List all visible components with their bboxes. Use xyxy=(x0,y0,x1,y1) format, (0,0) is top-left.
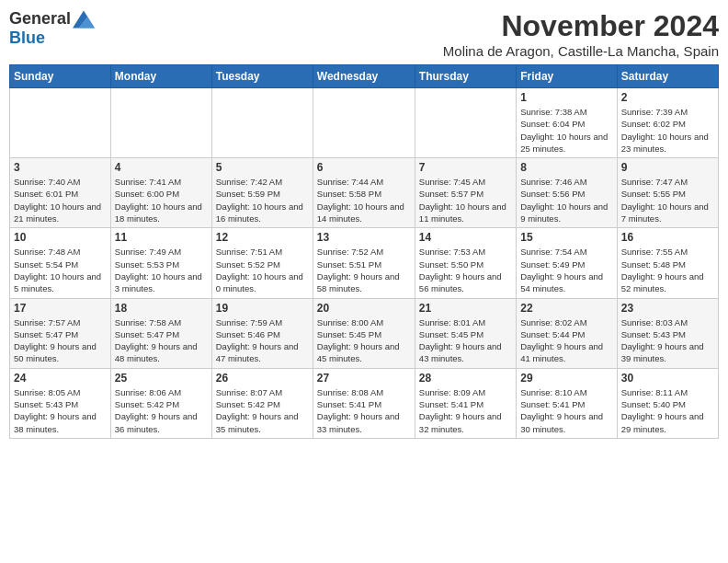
calendar-cell: 8Sunrise: 7:46 AMSunset: 5:56 PMDaylight… xyxy=(517,158,617,228)
day-info: Sunrise: 7:38 AMSunset: 6:04 PMDaylight:… xyxy=(520,106,612,155)
weekday-header-thursday: Thursday xyxy=(415,65,516,88)
calendar-week-row: 17Sunrise: 7:57 AMSunset: 5:47 PMDayligh… xyxy=(10,298,719,368)
day-number: 15 xyxy=(520,231,612,244)
calendar-week-row: 1Sunrise: 7:38 AMSunset: 6:04 PMDaylight… xyxy=(10,88,719,158)
day-info: Sunrise: 8:08 AMSunset: 5:41 PMDaylight:… xyxy=(317,386,411,435)
day-info: Sunrise: 7:39 AMSunset: 6:02 PMDaylight:… xyxy=(621,106,714,155)
calendar-cell xyxy=(10,88,111,158)
logo-general-text: General xyxy=(9,9,71,29)
calendar-cell: 24Sunrise: 8:05 AMSunset: 5:43 PMDayligh… xyxy=(10,368,111,438)
calendar-cell: 15Sunrise: 7:54 AMSunset: 5:49 PMDayligh… xyxy=(517,228,617,298)
location-subtitle: Molina de Aragon, Castille-La Mancha, Sp… xyxy=(443,43,719,59)
day-info: Sunrise: 8:11 AMSunset: 5:40 PMDaylight:… xyxy=(621,386,714,435)
day-number: 27 xyxy=(317,372,411,385)
day-number: 25 xyxy=(115,372,208,385)
day-info: Sunrise: 7:55 AMSunset: 5:48 PMDaylight:… xyxy=(621,246,714,294)
day-info: Sunrise: 7:47 AMSunset: 5:55 PMDaylight:… xyxy=(621,176,714,224)
calendar-cell: 21Sunrise: 8:01 AMSunset: 5:45 PMDayligh… xyxy=(415,298,516,368)
logo: General Blue xyxy=(9,9,95,48)
day-number: 19 xyxy=(216,302,309,315)
day-info: Sunrise: 7:53 AMSunset: 5:50 PMDaylight:… xyxy=(419,246,512,294)
calendar-cell xyxy=(313,88,415,158)
day-info: Sunrise: 7:46 AMSunset: 5:56 PMDaylight:… xyxy=(520,176,612,224)
logo-blue-text: Blue xyxy=(9,29,45,48)
day-info: Sunrise: 8:07 AMSunset: 5:42 PMDaylight:… xyxy=(216,386,309,435)
day-info: Sunrise: 7:48 AMSunset: 5:54 PMDaylight:… xyxy=(14,246,107,294)
day-info: Sunrise: 8:09 AMSunset: 5:41 PMDaylight:… xyxy=(419,386,512,435)
calendar-week-row: 24Sunrise: 8:05 AMSunset: 5:43 PMDayligh… xyxy=(10,368,719,438)
day-number: 11 xyxy=(115,231,208,244)
calendar-cell: 7Sunrise: 7:45 AMSunset: 5:57 PMDaylight… xyxy=(415,158,516,228)
calendar-cell: 18Sunrise: 7:58 AMSunset: 5:47 PMDayligh… xyxy=(110,298,211,368)
day-info: Sunrise: 8:06 AMSunset: 5:42 PMDaylight:… xyxy=(115,386,208,435)
day-number: 9 xyxy=(621,161,714,174)
day-number: 5 xyxy=(216,161,309,174)
day-number: 21 xyxy=(419,302,512,315)
calendar-cell: 27Sunrise: 8:08 AMSunset: 5:41 PMDayligh… xyxy=(313,368,415,438)
weekday-header-sunday: Sunday xyxy=(10,65,111,88)
calendar-week-row: 3Sunrise: 7:40 AMSunset: 6:01 PMDaylight… xyxy=(10,158,719,228)
day-number: 12 xyxy=(216,231,309,244)
month-title: November 2024 xyxy=(443,9,719,43)
calendar-cell: 5Sunrise: 7:42 AMSunset: 5:59 PMDaylight… xyxy=(211,158,313,228)
calendar-cell xyxy=(415,88,516,158)
day-number: 28 xyxy=(419,372,512,385)
title-block: November 2024 Molina de Aragon, Castille… xyxy=(443,9,719,59)
day-number: 16 xyxy=(621,231,714,244)
calendar-cell: 22Sunrise: 8:02 AMSunset: 5:44 PMDayligh… xyxy=(517,298,617,368)
calendar-cell: 9Sunrise: 7:47 AMSunset: 5:55 PMDaylight… xyxy=(617,158,718,228)
day-info: Sunrise: 7:58 AMSunset: 5:47 PMDaylight:… xyxy=(115,316,208,365)
day-info: Sunrise: 7:45 AMSunset: 5:57 PMDaylight:… xyxy=(419,176,512,224)
calendar-cell: 20Sunrise: 8:00 AMSunset: 5:45 PMDayligh… xyxy=(313,298,415,368)
day-info: Sunrise: 7:44 AMSunset: 5:58 PMDaylight:… xyxy=(317,176,411,224)
day-info: Sunrise: 8:05 AMSunset: 5:43 PMDaylight:… xyxy=(14,386,107,435)
day-info: Sunrise: 8:03 AMSunset: 5:43 PMDaylight:… xyxy=(621,316,714,365)
calendar-cell: 28Sunrise: 8:09 AMSunset: 5:41 PMDayligh… xyxy=(415,368,516,438)
day-info: Sunrise: 7:49 AMSunset: 5:53 PMDaylight:… xyxy=(115,246,208,294)
calendar-cell: 6Sunrise: 7:44 AMSunset: 5:58 PMDaylight… xyxy=(313,158,415,228)
day-number: 1 xyxy=(520,91,612,104)
day-info: Sunrise: 7:40 AMSunset: 6:01 PMDaylight:… xyxy=(14,176,107,224)
day-number: 18 xyxy=(115,302,208,315)
day-number: 29 xyxy=(520,372,612,385)
day-info: Sunrise: 8:00 AMSunset: 5:45 PMDaylight:… xyxy=(317,316,411,365)
day-info: Sunrise: 8:02 AMSunset: 5:44 PMDaylight:… xyxy=(520,316,612,365)
day-number: 14 xyxy=(419,231,512,244)
day-number: 2 xyxy=(621,91,714,104)
calendar-cell: 2Sunrise: 7:39 AMSunset: 6:02 PMDaylight… xyxy=(617,88,718,158)
day-info: Sunrise: 7:59 AMSunset: 5:46 PMDaylight:… xyxy=(216,316,309,365)
weekday-header-monday: Monday xyxy=(110,65,211,88)
day-number: 4 xyxy=(115,161,208,174)
weekday-header-saturday: Saturday xyxy=(617,65,718,88)
day-number: 20 xyxy=(317,302,411,315)
day-number: 17 xyxy=(14,302,107,315)
day-number: 8 xyxy=(520,161,612,174)
weekday-header-row: SundayMondayTuesdayWednesdayThursdayFrid… xyxy=(10,65,719,88)
calendar-cell: 1Sunrise: 7:38 AMSunset: 6:04 PMDaylight… xyxy=(517,88,617,158)
day-number: 10 xyxy=(14,231,107,244)
day-number: 30 xyxy=(621,372,714,385)
calendar-cell xyxy=(110,88,211,158)
calendar-cell: 30Sunrise: 8:11 AMSunset: 5:40 PMDayligh… xyxy=(617,368,718,438)
day-number: 3 xyxy=(14,161,107,174)
day-number: 24 xyxy=(14,372,107,385)
day-number: 23 xyxy=(621,302,714,315)
calendar-cell: 12Sunrise: 7:51 AMSunset: 5:52 PMDayligh… xyxy=(211,228,313,298)
calendar-cell: 4Sunrise: 7:41 AMSunset: 6:00 PMDaylight… xyxy=(110,158,211,228)
calendar-week-row: 10Sunrise: 7:48 AMSunset: 5:54 PMDayligh… xyxy=(10,228,719,298)
calendar-cell: 10Sunrise: 7:48 AMSunset: 5:54 PMDayligh… xyxy=(10,228,111,298)
day-number: 13 xyxy=(317,231,411,244)
calendar-cell: 17Sunrise: 7:57 AMSunset: 5:47 PMDayligh… xyxy=(10,298,111,368)
logo-icon xyxy=(73,10,95,29)
calendar-table: SundayMondayTuesdayWednesdayThursdayFrid… xyxy=(9,64,719,439)
weekday-header-wednesday: Wednesday xyxy=(313,65,415,88)
calendar-cell: 11Sunrise: 7:49 AMSunset: 5:53 PMDayligh… xyxy=(110,228,211,298)
day-info: Sunrise: 7:51 AMSunset: 5:52 PMDaylight:… xyxy=(216,246,309,294)
day-info: Sunrise: 8:01 AMSunset: 5:45 PMDaylight:… xyxy=(419,316,512,365)
calendar-cell: 25Sunrise: 8:06 AMSunset: 5:42 PMDayligh… xyxy=(110,368,211,438)
calendar-cell: 23Sunrise: 8:03 AMSunset: 5:43 PMDayligh… xyxy=(617,298,718,368)
weekday-header-tuesday: Tuesday xyxy=(211,65,313,88)
day-number: 26 xyxy=(216,372,309,385)
calendar-cell: 14Sunrise: 7:53 AMSunset: 5:50 PMDayligh… xyxy=(415,228,516,298)
weekday-header-friday: Friday xyxy=(517,65,617,88)
